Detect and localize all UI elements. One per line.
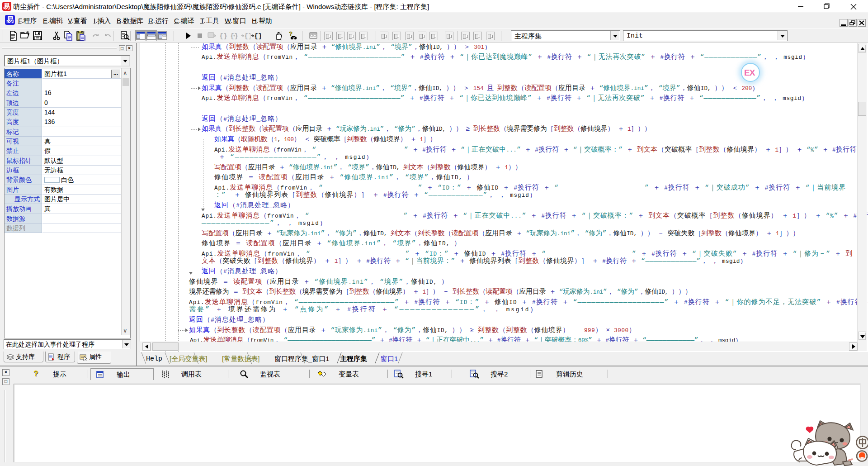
- svg-text:窗口1: 窗口1: [381, 355, 398, 362]
- svg-text:窗口程序集_窗口1: 窗口程序集_窗口1: [274, 355, 330, 362]
- svg-text:{}: {}: [219, 33, 227, 40]
- svg-text:主程序集: 主程序集: [340, 355, 367, 362]
- svg-text:{}: {}: [254, 33, 261, 40]
- svg-text:{}: {}: [244, 33, 250, 40]
- svg-text:[常量数据表]: [常量数据表]: [222, 355, 259, 362]
- svg-text:?: ?: [289, 30, 292, 37]
- svg-text:Help: Help: [146, 355, 162, 363]
- svg-text:[全局变量表]: [全局变量表]: [170, 355, 207, 362]
